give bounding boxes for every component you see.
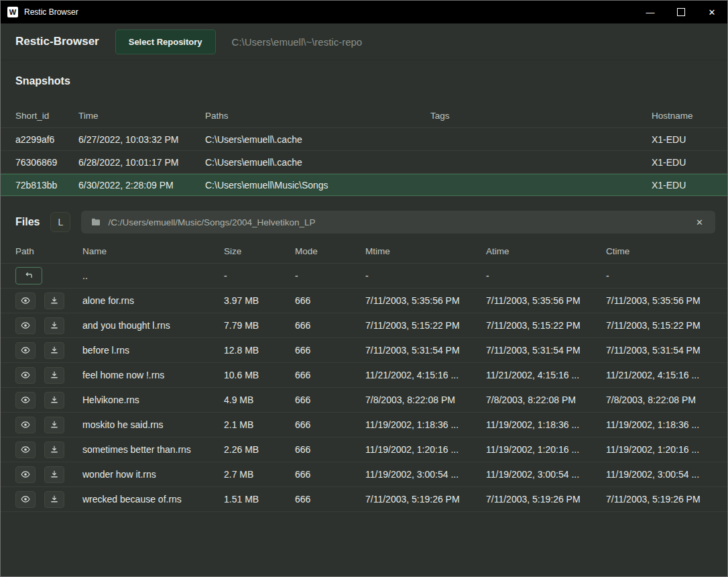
eye-icon <box>21 296 30 305</box>
select-repository-button[interactable]: Select Repository <box>115 30 216 54</box>
minimize-button[interactable]: — <box>635 1 666 23</box>
eye-icon <box>21 321 30 330</box>
file-name: and you thought l.rns <box>82 320 224 331</box>
file-row: alone for.rns 3.97 MB 666 7/11/2003, 5:3… <box>1 288 727 313</box>
snapshot-time: 6/28/2022, 10:01:17 PM <box>78 157 205 168</box>
col-mtime: Mtime <box>365 246 486 256</box>
download-button[interactable] <box>44 417 64 433</box>
snapshot-time: 6/27/2022, 10:03:32 PM <box>78 134 205 145</box>
snapshots-table-header: Short_id Time Paths Tags Hostname <box>1 103 727 128</box>
col-name: Name <box>82 246 224 256</box>
snapshot-paths: C:\Users\emuell\.cache <box>205 134 430 145</box>
download-icon <box>50 470 59 479</box>
snapshot-row[interactable]: 76306869 6/28/2022, 10:01:17 PM C:\Users… <box>1 151 727 174</box>
download-icon <box>50 494 59 504</box>
col-time: Time <box>78 111 205 121</box>
file-size: 3.97 MB <box>224 295 295 306</box>
file-atime: - <box>486 270 606 281</box>
file-atime: 11/21/2002, 4:15:16 ... <box>486 370 606 380</box>
file-row: Helvikone.rns 4.9 MB 666 7/8/2003, 8:22:… <box>1 388 727 413</box>
parent-directory-button[interactable] <box>15 267 42 284</box>
file-size: 10.6 MB <box>224 370 295 380</box>
download-button[interactable] <box>44 491 64 508</box>
file-ctime: 7/11/2003, 5:35:56 PM <box>606 295 713 306</box>
col-ctime: Ctime <box>606 246 713 256</box>
download-button[interactable] <box>44 342 64 359</box>
files-path-bar[interactable]: /C:/Users/emuell/Music/Songs/2004_Helvet… <box>81 211 715 233</box>
file-mode: 666 <box>295 370 365 380</box>
file-atime: 11/19/2002, 1:20:16 ... <box>486 444 606 455</box>
preview-button[interactable] <box>15 392 36 409</box>
file-mtime: - <box>365 270 486 281</box>
download-button[interactable] <box>44 392 64 409</box>
maximize-icon <box>677 8 685 16</box>
preview-button[interactable] <box>15 367 36 384</box>
file-name: sometimes better than.rns <box>82 444 224 455</box>
eye-icon <box>21 346 30 355</box>
window-title: Restic Browser <box>24 7 78 17</box>
maximize-button[interactable] <box>666 1 696 23</box>
download-button[interactable] <box>44 441 64 458</box>
window-controls: — ✕ <box>635 1 727 23</box>
file-ctime: 11/19/2002, 3:00:54 ... <box>606 469 713 480</box>
file-row: wrecked because of.rns 1.51 MB 666 7/11/… <box>1 487 727 512</box>
file-size: 4.9 MB <box>224 395 295 405</box>
eye-icon <box>21 370 30 380</box>
file-size: - <box>224 270 295 281</box>
preview-button[interactable] <box>15 293 36 309</box>
file-mtime: 7/11/2003, 5:31:54 PM <box>365 345 486 356</box>
return-arrow-icon <box>24 271 34 280</box>
file-name: feel home now !.rns <box>82 370 224 380</box>
eye-icon <box>21 470 30 479</box>
file-ctime: 7/11/2003, 5:31:54 PM <box>606 345 713 356</box>
repository-path: C:\Users\emuell\~\restic-repo <box>232 36 363 48</box>
app-logo-icon: W <box>7 7 18 17</box>
file-name: alone for.rns <box>82 295 224 306</box>
snapshot-row-selected[interactable]: 72b813bb 6/30/2022, 2:28:09 PM C:\Users\… <box>1 174 727 197</box>
snapshot-row[interactable]: a2299af6 6/27/2022, 10:03:32 PM C:\Users… <box>1 128 727 151</box>
file-row: wonder how it.rns 2.7 MB 666 11/19/2002,… <box>1 462 727 487</box>
app-header: Restic-Browser Select Repository C:\User… <box>1 23 727 60</box>
snapshot-short-id: 76306869 <box>15 157 78 168</box>
clear-path-button[interactable]: ✕ <box>693 216 706 229</box>
snapshot-paths: C:\Users\emuell\.cache <box>205 157 430 168</box>
file-name: moskito he said.rns <box>82 419 224 430</box>
close-button[interactable]: ✕ <box>696 1 727 23</box>
file-mtime: 7/11/2003, 5:35:56 PM <box>365 295 486 306</box>
snapshot-short-id: a2299af6 <box>15 134 78 145</box>
download-icon <box>50 420 59 429</box>
download-button[interactable] <box>44 466 64 483</box>
file-mode: 666 <box>295 444 365 455</box>
file-mtime: 11/19/2002, 1:18:36 ... <box>365 419 486 430</box>
col-tags: Tags <box>430 111 652 121</box>
files-table-header: Path Name Size Mode Mtime Atime Ctime <box>1 239 727 264</box>
preview-button[interactable] <box>15 317 36 334</box>
file-ctime: 7/11/2003, 5:15:22 PM <box>606 320 713 331</box>
file-mode: 666 <box>295 419 365 430</box>
file-mtime: 7/11/2003, 5:15:22 PM <box>365 320 486 331</box>
file-row: sometimes better than.rns 2.26 MB 666 11… <box>1 437 727 462</box>
preview-button[interactable] <box>15 466 36 483</box>
col-size: Size <box>224 246 295 256</box>
files-path-text: /C:/Users/emuell/Music/Songs/2004_Helvet… <box>108 217 686 227</box>
file-size: 2.7 MB <box>224 469 295 480</box>
download-button[interactable] <box>44 367 64 384</box>
download-button[interactable] <box>44 317 64 334</box>
snapshot-paths: C:\Users\emuell\Music\Songs <box>205 180 430 191</box>
download-button[interactable] <box>44 293 64 309</box>
parent-directory-row: .. - - - - - <box>1 264 727 288</box>
app-window: W Restic Browser — ✕ Restic-Browser Sele… <box>0 0 728 577</box>
preview-button[interactable] <box>15 417 36 433</box>
file-row: and you thought l.rns 7.79 MB 666 7/11/2… <box>1 313 727 338</box>
file-mtime: 11/21/2002, 4:15:16 ... <box>365 370 486 380</box>
file-size: 12.8 MB <box>224 345 295 356</box>
file-atime: 7/11/2003, 5:19:26 PM <box>486 494 606 505</box>
file-ctime: 7/8/2003, 8:22:08 PM <box>606 395 713 405</box>
file-name: wrecked because of.rns <box>82 494 224 505</box>
tree-toggle-button[interactable]: L <box>50 212 70 232</box>
preview-button[interactable] <box>15 441 36 458</box>
file-ctime: - <box>606 270 713 281</box>
preview-button[interactable] <box>15 342 36 359</box>
preview-button[interactable] <box>15 491 36 508</box>
eye-icon <box>21 420 30 429</box>
